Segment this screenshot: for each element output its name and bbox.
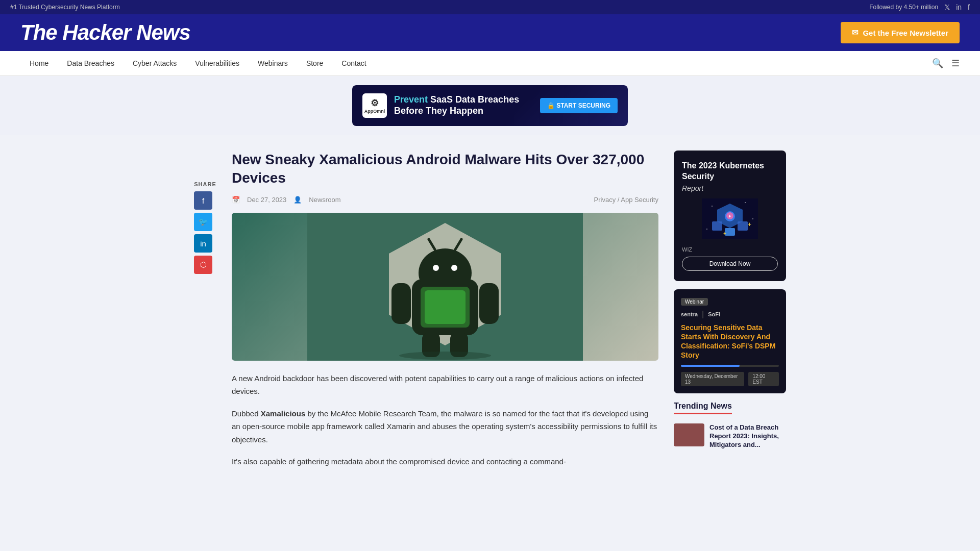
ad-banner-wrap: ⚙ AppOmni Prevent SaaS Data BreachesBefo… xyxy=(0,76,980,135)
download-button[interactable]: Download Now xyxy=(682,257,778,271)
nav-cyber-attacks[interactable]: Cyber Attacks xyxy=(124,51,186,76)
share-twitter-button[interactable]: 🐦 xyxy=(194,213,212,231)
nav-store[interactable]: Store xyxy=(297,51,332,76)
article-date: Dec 27, 2023 xyxy=(247,196,286,204)
share-facebook-button[interactable]: f xyxy=(194,191,212,210)
trending-text-1: Cost of a Data Breach Report 2023: Insig… xyxy=(709,423,786,449)
webinar-badge: Webinar xyxy=(681,298,708,306)
webinar-progress-bar xyxy=(681,365,779,367)
nav-data-breaches[interactable]: Data Breaches xyxy=(58,51,124,76)
webinar-title: Securing Sensitive Data Starts With Disc… xyxy=(681,323,779,360)
article-paragraph-3: It's also capable of gathering metadata … xyxy=(232,455,658,468)
share-sidebar: SHARE f 🐦 in ⬡ xyxy=(194,151,216,478)
webinar-date: Wednesday, December 13 xyxy=(681,372,744,386)
k8s-visual-svg: ✦ + + xyxy=(702,198,758,239)
sidebar-right: The 2023 Kubernetes Security Report xyxy=(674,151,786,478)
sentra-logo: sentra xyxy=(681,311,698,317)
article-image xyxy=(232,213,658,361)
trending-section: Trending News Cost of a Data Breach Repo… xyxy=(674,402,786,449)
svg-rect-9 xyxy=(479,283,499,324)
newsletter-label: Get the Free Newsletter xyxy=(863,29,948,37)
svg-point-17 xyxy=(745,202,746,203)
article-body: A new Android backdoor has been discover… xyxy=(232,372,658,468)
article-main: New Sneaky Xamalicious Android Malware H… xyxy=(232,151,658,478)
svg-text:✦: ✦ xyxy=(728,214,732,219)
webinar-time-slot: 12:00 EST xyxy=(748,372,779,386)
search-icon[interactable]: 🔍 xyxy=(932,58,943,69)
article-paragraph-1: A new Android backdoor has been discover… xyxy=(232,372,658,398)
svg-point-4 xyxy=(433,265,439,271)
author-icon: 👤 xyxy=(293,196,302,204)
article-image-svg xyxy=(307,213,583,361)
nav-home[interactable]: Home xyxy=(20,51,58,76)
trending-item-1[interactable]: Cost of a Data Breach Report 2023: Insig… xyxy=(674,423,786,449)
k8s-ad-subtitle: Report xyxy=(682,184,778,192)
svg-point-5 xyxy=(451,265,457,271)
twitter-icon[interactable]: 𝕏 xyxy=(944,3,950,11)
svg-point-16 xyxy=(712,206,713,207)
followers-text: Followed by 4.50+ million xyxy=(869,4,938,11)
wiz-logo: WIZ xyxy=(682,246,778,253)
article-title: New Sneaky Xamalicious Android Malware H… xyxy=(232,151,658,188)
share-label: SHARE xyxy=(194,181,216,187)
paragraph-2-prefix: Dubbed xyxy=(232,409,261,418)
share-linkedin-button[interactable]: in xyxy=(194,234,212,253)
header: The Hacker News ✉ Get the Free Newslette… xyxy=(0,14,980,51)
tagline: #1 Trusted Cybersecurity News Platform xyxy=(10,4,120,11)
svg-rect-24 xyxy=(725,228,735,236)
svg-text:+: + xyxy=(748,221,751,228)
ad-highlight: Prevent xyxy=(394,94,430,105)
newsletter-button[interactable]: ✉ Get the Free Newsletter xyxy=(841,22,960,43)
top-bar-right: Followed by 4.50+ million 𝕏 in f xyxy=(869,3,970,11)
article-meta-left: 📅 Dec 27, 2023 👤 Newsroom xyxy=(232,196,340,204)
article-categories[interactable]: Privacy / App Security xyxy=(594,196,658,204)
main-layout: SHARE f 🐦 in ⬡ New Sneaky Xamalicious An… xyxy=(184,135,796,493)
xamalicious-bold: Xamalicious xyxy=(261,409,306,418)
nav-icons: 🔍 ☰ xyxy=(932,58,960,69)
webinar-ad[interactable]: Webinar sentra | SoFi Securing Sensitive… xyxy=(674,289,786,394)
svg-point-14 xyxy=(399,352,491,360)
ad-banner[interactable]: ⚙ AppOmni Prevent SaaS Data BreachesBefo… xyxy=(352,85,628,126)
menu-icon[interactable]: ☰ xyxy=(951,58,960,69)
nav-links: Home Data Breaches Cyber Attacks Vulnera… xyxy=(20,51,376,76)
ad-headline: Prevent SaaS Data BreachesBefore They Ha… xyxy=(394,94,533,116)
sofi-logo: SoFi xyxy=(708,311,720,317)
article-author[interactable]: Newsroom xyxy=(309,196,340,204)
nav-webinars[interactable]: Webinars xyxy=(249,51,297,76)
webinar-progress-fill xyxy=(681,365,740,367)
k8s-ad-title: The 2023 Kubernetes Security xyxy=(682,161,778,182)
appomni-logo: ⚙ AppOmni xyxy=(362,93,387,118)
nav-contact[interactable]: Contact xyxy=(332,51,375,76)
k8s-ad-image: ✦ + + xyxy=(682,198,778,239)
svg-rect-13 xyxy=(425,290,465,324)
facebook-icon[interactable]: f xyxy=(968,3,970,11)
svg-point-19 xyxy=(706,229,707,230)
nav-vulnerabilities[interactable]: Vulnerabilities xyxy=(186,51,249,76)
linkedin-icon[interactable]: in xyxy=(956,3,962,11)
webinar-logos: sentra | SoFi xyxy=(681,310,779,319)
share-other-button[interactable]: ⬡ xyxy=(194,256,212,274)
main-nav: Home Data Breaches Cyber Attacks Vulnera… xyxy=(0,51,980,76)
kubernetes-ad[interactable]: The 2023 Kubernetes Security Report xyxy=(674,151,786,281)
svg-rect-23 xyxy=(738,221,748,231)
article-paragraph-2: Dubbed Xamalicious by the McAfee Mobile … xyxy=(232,407,658,446)
newsletter-icon: ✉ xyxy=(852,28,859,37)
svg-text:+: + xyxy=(723,231,726,236)
site-logo[interactable]: The Hacker News xyxy=(20,20,190,45)
article-meta: 📅 Dec 27, 2023 👤 Newsroom Privacy / App … xyxy=(232,196,658,204)
webinar-time: Wednesday, December 13 12:00 EST xyxy=(681,372,779,386)
trending-title: Trending News xyxy=(674,402,732,414)
svg-rect-22 xyxy=(712,221,722,231)
top-bar: #1 Trusted Cybersecurity News Platform F… xyxy=(0,0,980,14)
ad-text: Prevent SaaS Data BreachesBefore They Ha… xyxy=(394,94,533,116)
svg-point-18 xyxy=(752,218,753,219)
trending-thumb-1 xyxy=(674,423,704,446)
calendar-icon: 📅 xyxy=(232,196,240,204)
svg-rect-8 xyxy=(391,283,411,324)
ad-cta-button[interactable]: 🔒 START SECURING xyxy=(540,98,618,113)
